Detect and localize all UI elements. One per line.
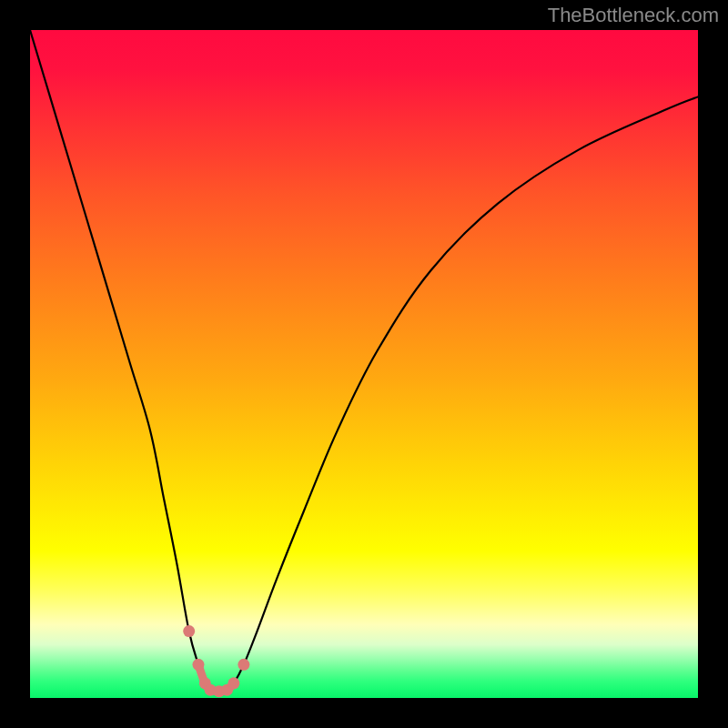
watermark-text: TheBottleneck.com: [548, 4, 719, 27]
marker-dot: [228, 677, 239, 689]
marker-dot: [183, 625, 195, 637]
chart-container: TheBottleneck.com: [0, 0, 728, 728]
curve-right-branch: [228, 96, 698, 690]
marker-dot: [238, 659, 249, 671]
curve-left-branch: [30, 30, 210, 690]
minimum-markers: [183, 625, 249, 697]
curves-svg: [30, 30, 698, 698]
plot-area: [30, 30, 698, 698]
marker-dot: [192, 659, 204, 671]
